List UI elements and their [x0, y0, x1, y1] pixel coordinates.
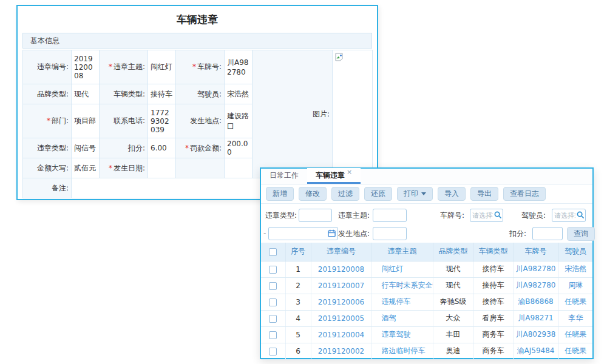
tab-close-icon[interactable]: × [347, 168, 352, 176]
cell-subject[interactable]: 违规停车 [371, 294, 433, 310]
cell-violation-no[interactable]: 2019120008 [311, 261, 371, 277]
violation-list-panel: 日常工作 车辆违章× 新增 修改 过滤 还原 打印 导入 导出 查看日志 违章类… [260, 167, 594, 359]
view-log-button[interactable]: 查看日志 [503, 187, 546, 201]
cell-driver[interactable]: 任晓果 [558, 343, 592, 359]
col-header-brand: 品牌类型 [433, 243, 473, 261]
cell-driver[interactable]: 任晓果 [558, 326, 592, 343]
toolbar: 新增 修改 过滤 还原 打印 导入 导出 查看日志 [261, 184, 592, 204]
cell-driver[interactable]: 李华 [558, 310, 592, 326]
filter-label-plate: 车牌号: [425, 209, 464, 222]
cell-driver[interactable]: 任晓果 [558, 294, 592, 310]
cell-violation-no[interactable]: 2019120006 [311, 294, 371, 310]
points-input[interactable] [532, 227, 563, 240]
form-field-label: 违章编号: [23, 50, 72, 84]
cell-plate[interactable]: 川A982780 [513, 277, 558, 294]
cell-subject[interactable]: 行车时未系安全带 [371, 277, 433, 294]
remark-label: 备注: [23, 178, 72, 198]
row-checkbox[interactable] [269, 298, 277, 306]
row-checkbox-cell [261, 261, 285, 277]
restore-button[interactable]: 还原 [364, 187, 392, 201]
col-header-vtype: 车辆类型 [473, 243, 513, 261]
cell-plate[interactable]: 川A982780 [513, 261, 558, 277]
print-button[interactable]: 打印 [397, 187, 433, 201]
form-field-label: 扣分: [100, 138, 148, 158]
search-icon[interactable] [577, 211, 585, 219]
table-row: 42019120005酒驾大众看房车川A98271李华 [261, 310, 592, 326]
filter-label-points: 扣分: [493, 227, 526, 240]
cell-seq: 5 [285, 326, 311, 343]
cell-vehicle-type: 接待车 [473, 294, 513, 310]
tab-vehicle-violation[interactable]: 车辆违章× [307, 168, 361, 184]
form-field-label: *罚款金额: [176, 138, 225, 158]
cell-violation-no[interactable]: 2019120004 [311, 326, 371, 343]
search-icon[interactable] [494, 211, 502, 219]
export-button[interactable]: 导出 [470, 187, 498, 201]
row-checkbox[interactable] [269, 331, 277, 339]
photo-label: 图片: [253, 50, 333, 178]
violation-type-input[interactable] [299, 209, 332, 222]
col-header-subject: 违章主题 [371, 243, 433, 261]
cell-violation-no[interactable]: 2019120007 [311, 277, 371, 294]
cell-plate[interactable]: 川A802938 [513, 326, 558, 343]
broken-image-icon [335, 53, 344, 61]
tab-daily-work[interactable]: 日常工作 [261, 168, 307, 184]
chevron-down-icon [421, 192, 426, 195]
section-header-basic-info: 基本信息 [22, 33, 372, 49]
filter-label-driver: 驾驶员: [506, 209, 546, 222]
cell-brand: 现代 [433, 261, 473, 277]
col-header-seq: 序号 [285, 243, 311, 261]
row-checkbox[interactable] [269, 315, 277, 323]
form-field-value: 闯信号 [72, 138, 100, 158]
form-field-label: 车辆类型: [100, 84, 148, 104]
cell-plate[interactable]: 渝AJ59484 [513, 343, 558, 359]
form-field-value: 宋浩然 [225, 84, 253, 104]
row-checkbox[interactable] [269, 282, 277, 290]
row-checkbox[interactable] [269, 266, 277, 274]
location-input[interactable] [373, 227, 407, 240]
cell-plate[interactable]: 渝B86868 [513, 294, 558, 310]
cell-vehicle-type: 接待车 [473, 261, 513, 277]
cell-subject[interactable]: 酒驾 [371, 310, 433, 326]
date-range-separator: - [263, 227, 266, 240]
cell-seq: 3 [285, 294, 311, 310]
select-all-cell [261, 243, 285, 261]
filter-button[interactable]: 过滤 [331, 187, 359, 201]
form-field-label: *部门: [23, 104, 72, 138]
required-asterisk: * [109, 164, 112, 172]
import-button[interactable]: 导入 [438, 187, 466, 201]
violation-subject-input[interactable] [373, 209, 407, 222]
table-row: 12019120008闯红灯现代接待车川A982780宋浩然 [261, 261, 592, 277]
form-field-value [225, 158, 253, 178]
cell-brand: 奥迪 [433, 343, 473, 359]
form-field-value: 接待车 [148, 84, 176, 104]
form-field-value [148, 158, 176, 178]
form-field-value: 闯红灯 [148, 50, 176, 84]
cell-violation-no[interactable]: 2019120002 [311, 343, 371, 359]
table-row: 62019120002路边临时停车奥迪商务车渝AJ59484任晓果 [261, 343, 592, 359]
table-row: 32019120006违规停车奔驰S级接待车渝B86868任晓果 [261, 294, 592, 310]
cell-plate[interactable]: 川A98271 [513, 310, 558, 326]
add-button[interactable]: 新增 [266, 187, 294, 201]
col-header-driver: 驾驶员 [558, 243, 592, 261]
query-button[interactable]: 查询 [567, 227, 595, 241]
cell-driver[interactable]: 周琳 [558, 277, 592, 294]
table-row: 22019120007行车时未系安全带现代接待车川A982780周琳 [261, 277, 592, 294]
cell-driver[interactable]: 宋浩然 [558, 261, 592, 277]
required-asterisk: * [192, 62, 196, 71]
row-checkbox[interactable] [269, 348, 277, 356]
row-checkbox-cell [261, 310, 285, 326]
form-field-value: 川A982780 [225, 50, 253, 84]
form-field-value: 6.00 [148, 138, 176, 158]
table-row: 52019120004违章驾驶丰田商务车川A802938任晓果 [261, 326, 592, 343]
violation-table: 序号 违章编号 违章主题 品牌类型 车辆类型 车牌号 驾驶员 120191200… [261, 243, 592, 360]
cell-subject[interactable]: 路边临时停车 [371, 343, 433, 359]
cell-subject[interactable]: 闯红灯 [371, 261, 433, 277]
cell-subject[interactable]: 违章驾驶 [371, 326, 433, 343]
select-all-checkbox[interactable] [269, 248, 277, 256]
cell-vehicle-type: 商务车 [473, 343, 513, 359]
cell-brand: 丰田 [433, 326, 473, 343]
row-checkbox-cell [261, 294, 285, 310]
row-checkbox-cell [261, 277, 285, 294]
edit-button[interactable]: 修改 [299, 187, 327, 201]
cell-violation-no[interactable]: 2019120005 [311, 310, 371, 326]
